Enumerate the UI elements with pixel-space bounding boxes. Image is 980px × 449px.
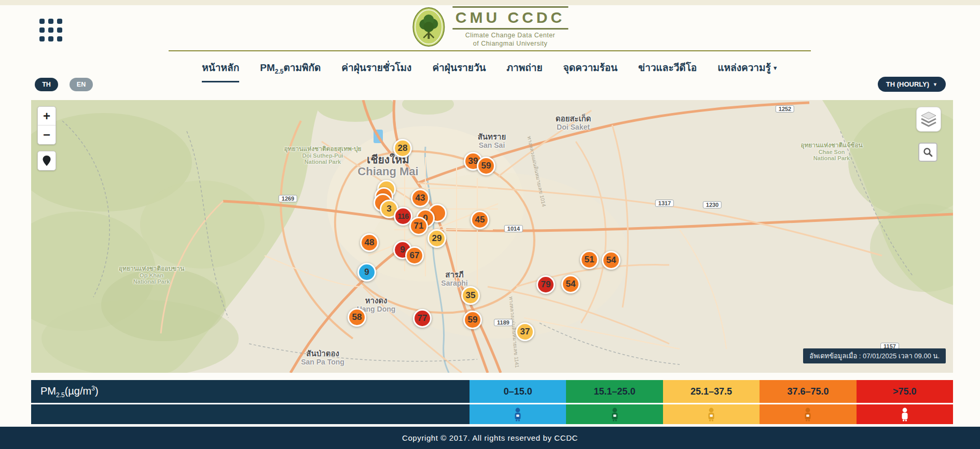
mascot-icon (513, 407, 523, 422)
pm25-station-marker[interactable]: 51 (580, 250, 599, 269)
top-strip (0, 0, 980, 5)
road-shield: 1252 (776, 105, 794, 113)
legend-range-cell: 15.1–25.0 (566, 380, 662, 403)
legend-mascot-cell (857, 404, 953, 424)
road-shield: 1230 (703, 201, 722, 208)
pm25-station-marker[interactable]: 54 (602, 251, 620, 270)
road-shield: 1317 (655, 200, 674, 207)
pm25-station-marker[interactable]: 77 (413, 309, 432, 328)
legend-title: PM2.5(µg/m3) (31, 380, 470, 403)
legend-range-cell: >75.0 (857, 380, 953, 403)
pm25-legend: PM2.5(µg/m3) 0–15.015.1–25.025.1–37.537.… (31, 380, 953, 424)
pm25-map[interactable]: ทางหลวงแผ่นดินหมายเลข 1014ทางหลวงแผ่นดิน… (31, 100, 953, 373)
lang-en-button[interactable]: EN (70, 78, 93, 91)
logo-text: CMU CCDC Climate Change Data Center of C… (452, 6, 568, 48)
mode-dropdown-label: TH (HOURLY) (886, 80, 929, 88)
chevron-down-icon: ▼ (933, 82, 937, 87)
header: CMU CCDC Climate Change Data Center of C… (0, 5, 980, 51)
language-switch: TH EN (35, 78, 93, 91)
search-icon (923, 147, 933, 157)
legend-icon-row-spacer (31, 404, 470, 424)
layers-button[interactable] (916, 107, 941, 132)
copyright-text: Copyright © 2017. All rights reserved by… (402, 433, 578, 442)
page: CMU CCDC Climate Change Data Center of C… (0, 0, 980, 449)
pm25-station-marker[interactable]: 37 (516, 322, 534, 341)
road-shield: 1014 (504, 225, 523, 232)
locate-button[interactable] (37, 151, 56, 171)
nav-item-daily-dust[interactable]: ค่าฝุ่นรายวัน (432, 60, 486, 82)
mode-dropdown-button[interactable]: TH (HOURLY) ▼ (878, 77, 946, 92)
pm25-station-marker[interactable]: 35 (461, 286, 480, 305)
pm25-station-marker[interactable]: 54 (561, 275, 580, 293)
map-zoom-control: + − (37, 106, 56, 145)
header-divider (169, 50, 811, 51)
legend-range-row: PM2.5(µg/m3) 0–15.015.1–25.025.1–37.537.… (31, 380, 953, 403)
pm25-station-marker[interactable]: 9 (357, 263, 376, 282)
road-shield: 1269 (279, 195, 297, 202)
zoom-in-button[interactable]: + (38, 107, 56, 125)
nav-item-pm25-by-location[interactable]: PM2.5ตามพิกัด (260, 60, 321, 82)
legend-mascot-cell (566, 404, 662, 424)
legend-range-cell: 37.6–75.0 (760, 380, 856, 403)
pm25-station-marker[interactable]: 59 (463, 311, 482, 329)
nav-item-hotspots[interactable]: จุดความร้อน (563, 60, 618, 82)
layers-icon (920, 111, 937, 128)
lang-th-button[interactable]: TH (35, 78, 58, 91)
footer: Copyright © 2017. All rights reserved by… (0, 427, 980, 449)
pm25-station-marker[interactable]: 28 (393, 139, 412, 158)
pm25-station-marker[interactable]: 67 (405, 246, 424, 265)
mascot-icon (803, 407, 813, 422)
legend-range-cell: 25.1–37.5 (663, 380, 760, 403)
pm25-station-marker[interactable]: 79 (536, 275, 555, 294)
mascot-icon (900, 407, 910, 422)
tree-logo-icon (412, 7, 445, 47)
logo-title: CMU CCDC (452, 6, 568, 30)
site-logo[interactable]: CMU CCDC Climate Change Data Center of C… (412, 6, 568, 48)
nav-item-hourly-dust[interactable]: ค่าฝุ่นรายชั่วโมง (341, 60, 411, 82)
nav-item-news-videos[interactable]: ข่าวและวีดีโอ (638, 60, 697, 82)
nav-item-photos[interactable]: ภาพถ่าย (507, 60, 543, 82)
map-update-timestamp: อัพเดทข้อมูลเมื่อ : 07/01/2025 เวลา 09.0… (803, 348, 946, 363)
pm25-station-marker[interactable]: 71 (409, 217, 428, 235)
nav-item-knowledge[interactable]: แหล่งความรู้▼ (717, 60, 778, 82)
legend-mascot-cell (663, 404, 760, 424)
pm25-station-marker[interactable]: 58 (348, 308, 366, 327)
logo-subtitle: Climate Change Data Center of Chiangmai … (452, 32, 568, 48)
zoom-out-button[interactable]: − (38, 125, 56, 144)
legend-icon-row (31, 404, 953, 424)
location-pin-icon (42, 155, 51, 166)
road-shield: 1189 (494, 319, 513, 326)
pm25-station-marker[interactable]: 43 (411, 189, 430, 207)
apps-grid-icon[interactable] (39, 19, 65, 43)
main-nav: หน้าหลักPM2.5ตามพิกัดค่าฝุ่นรายชั่วโมงค่… (0, 60, 980, 82)
pm25-station-marker[interactable]: 45 (471, 211, 489, 229)
chevron-down-icon: ▼ (772, 65, 778, 71)
legend-mascot-cell (760, 404, 856, 424)
pm25-station-marker[interactable]: 59 (477, 157, 495, 175)
pm25-station-marker[interactable]: 29 (427, 229, 446, 248)
pm25-station-marker[interactable]: 48 (360, 233, 379, 252)
nav-item-home[interactable]: หน้าหลัก (202, 60, 239, 82)
map-search-button[interactable] (918, 143, 937, 162)
basemap (31, 100, 953, 373)
legend-range-cell: 0–15.0 (470, 380, 566, 403)
mascot-icon (706, 407, 716, 422)
mascot-icon (610, 407, 620, 422)
legend-mascot-cell (470, 404, 566, 424)
